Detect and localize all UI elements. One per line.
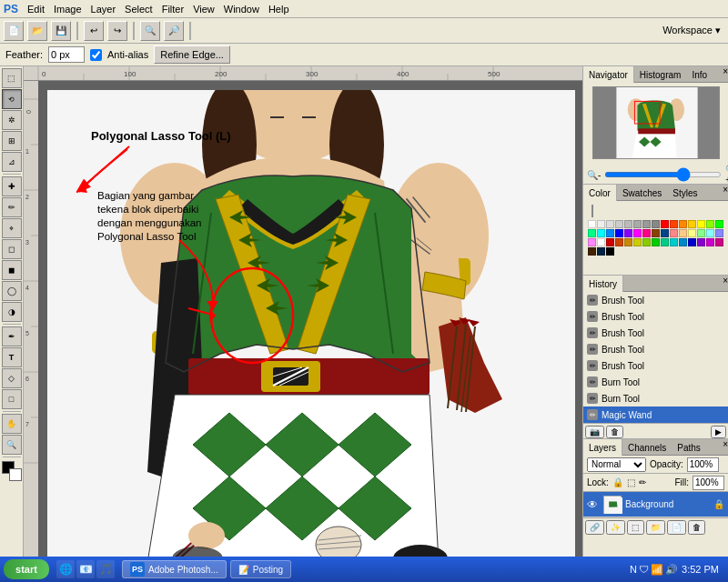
history-item-2[interactable]: ✏Brush Tool (583, 325, 728, 341)
menu-image[interactable]: Image (54, 4, 82, 15)
tab-paths[interactable]: Paths (672, 439, 706, 456)
color-swatch[interactable] (588, 247, 596, 256)
tool-path-select[interactable]: ◇ (2, 368, 22, 388)
color-swatch[interactable] (697, 238, 705, 246)
color-swatch[interactable] (615, 238, 623, 246)
color-swatch[interactable] (670, 220, 678, 228)
outlook-icon[interactable]: 📧 (76, 560, 95, 578)
history-panel-menu[interactable]: ▶ (711, 426, 726, 438)
tray-nero-icon[interactable]: N (630, 564, 637, 575)
zoom-slider[interactable] (604, 172, 722, 177)
color-swatch[interactable] (615, 220, 623, 228)
layer-eye-icon[interactable]: 👁 (587, 498, 600, 511)
color-swatch[interactable] (606, 247, 614, 256)
layer-group-button[interactable]: 📁 (646, 520, 665, 535)
history-item-1[interactable]: ✏Brush Tool (583, 308, 728, 325)
new-file-button[interactable]: 📄 (4, 21, 24, 41)
color-swatch[interactable] (615, 229, 623, 237)
color-swatch[interactable] (670, 229, 678, 237)
tool-magic-wand[interactable]: ✲ (2, 110, 22, 130)
save-button[interactable]: 💾 (51, 21, 71, 41)
color-swatch[interactable] (679, 220, 687, 228)
menu-layer[interactable]: Layer (91, 4, 116, 15)
taskbar-posting-button[interactable]: 📝 Posting (230, 560, 291, 578)
feather-input[interactable] (48, 46, 85, 63)
refine-edge-button[interactable]: Refine Edge... (154, 45, 230, 64)
tool-crop[interactable]: ⊞ (2, 131, 22, 151)
menu-edit[interactable]: Edit (27, 4, 45, 15)
tool-zoom[interactable]: 🔍 (2, 435, 22, 455)
canvas-content[interactable]: Polygonal Lasso Tool (L) Bagian yang gam… (38, 81, 582, 562)
history-close[interactable]: × (723, 276, 728, 291)
color-swatch[interactable] (633, 229, 642, 237)
color-swatch[interactable] (670, 238, 678, 246)
redo-button[interactable]: ↪ (107, 21, 127, 41)
menu-help[interactable]: Help (268, 4, 289, 15)
color-swatch[interactable] (652, 238, 660, 246)
color-swatch[interactable] (642, 238, 651, 246)
color-swatch[interactable] (624, 220, 632, 228)
color-swatch[interactable] (697, 220, 705, 228)
history-new-snapshot[interactable]: 📷 (585, 426, 604, 438)
color-swatch[interactable] (588, 220, 596, 228)
zoom-in-button[interactable]: 🔍 (140, 21, 160, 41)
color-swatch[interactable] (633, 238, 642, 246)
layer-mask-button[interactable]: ⬚ (627, 520, 644, 535)
color-swatch[interactable] (706, 220, 714, 228)
layer-item-background[interactable]: 👁 Background 🔒 (583, 492, 728, 517)
tool-pen[interactable]: ✒ (2, 326, 22, 346)
color-swatch[interactable] (688, 229, 696, 237)
navigator-close[interactable]: × (723, 66, 728, 82)
opacity-input[interactable] (687, 457, 719, 472)
history-item-3[interactable]: ✏Brush Tool (583, 341, 728, 357)
menu-ps[interactable]: PS (4, 3, 18, 15)
layer-new-button[interactable]: 📄 (667, 520, 686, 535)
tool-dodge[interactable]: ◑ (2, 302, 22, 322)
taskbar-photoshop-button[interactable]: PS Adobe Photosh... (122, 560, 227, 578)
background-color[interactable] (9, 468, 22, 481)
color-swatch[interactable] (597, 220, 605, 228)
undo-button[interactable]: ↩ (84, 21, 104, 41)
tool-text[interactable]: T (2, 347, 22, 367)
color-swatch[interactable] (697, 229, 705, 237)
color-swatch[interactable] (588, 229, 596, 237)
tool-eyedropper[interactable]: ⊿ (2, 152, 22, 172)
history-item-4[interactable]: ✏Brush Tool (583, 357, 728, 374)
color-swatch[interactable] (661, 238, 669, 246)
color-swatch[interactable] (688, 220, 696, 228)
open-file-button[interactable]: 📂 (27, 21, 47, 41)
color-swatch[interactable] (642, 220, 651, 228)
color-swatch[interactable] (715, 238, 723, 246)
color-swatch[interactable] (661, 220, 669, 228)
antialiased-checkbox[interactable] (90, 49, 102, 61)
color-swatch[interactable] (624, 238, 632, 246)
tool-lasso[interactable]: ⟲ (2, 89, 22, 109)
zoom-out-button[interactable]: 🔎 (164, 21, 184, 41)
tool-eraser[interactable]: ◻ (2, 239, 22, 259)
color-close[interactable]: × (723, 185, 728, 200)
blend-mode-select[interactable]: Normal (587, 457, 646, 472)
history-new-state[interactable]: 🗑 (606, 426, 623, 438)
color-swatch[interactable] (588, 238, 596, 246)
lock-transparent-icon[interactable]: ⬚ (627, 477, 635, 487)
menu-view[interactable]: View (193, 4, 215, 15)
color-swatch[interactable] (642, 229, 651, 237)
tab-color[interactable]: Color (583, 185, 617, 201)
fill-input[interactable] (693, 476, 724, 490)
color-swatch[interactable] (706, 229, 714, 237)
ie-icon[interactable]: 🌐 (56, 560, 75, 578)
tool-clone[interactable]: ⌖ (2, 218, 22, 238)
history-item-6[interactable]: ✏Burn Tool (583, 390, 728, 406)
lock-image-icon[interactable]: ✏ (639, 477, 646, 487)
tool-blur[interactable]: ◯ (2, 281, 22, 301)
menu-select[interactable]: Select (125, 4, 153, 15)
color-spectrum[interactable] (592, 205, 593, 217)
lock-position-icon[interactable]: 🔒 (612, 477, 623, 487)
media-icon[interactable]: 🎵 (96, 560, 115, 578)
color-swatch[interactable] (688, 238, 696, 246)
zoom-out-icon[interactable]: 🔍- (587, 170, 601, 180)
history-item-0[interactable]: ✏Brush Tool (583, 292, 728, 308)
color-swatch[interactable] (652, 229, 660, 237)
tool-marquee[interactable]: ⬚ (2, 68, 22, 88)
start-button[interactable]: start (4, 559, 49, 579)
